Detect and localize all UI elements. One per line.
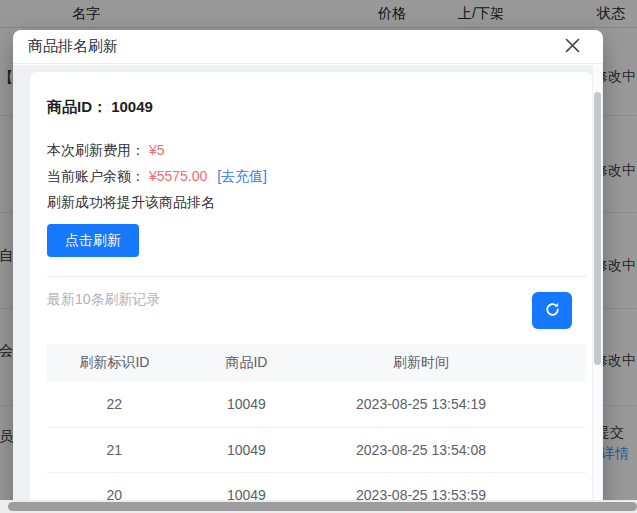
modal-title: 商品排名刷新 (28, 37, 118, 56)
cell-refresh-time: 2023-08-25 13:54:08 (311, 427, 586, 472)
table-row: 21 10049 2023-08-25 13:54:08 (47, 427, 586, 472)
screen: 名字 价格 上/下架 状态 【 议自 会 员 修改中 修改中 修改中 修改中 提… (0, 0, 637, 513)
col-product-id: 商品ID (182, 344, 311, 382)
modal-scrollbar-thumb[interactable] (594, 92, 601, 365)
balance-line: 当前账户余额： ¥5575.00 [去充值] (47, 163, 586, 189)
product-id-label: 商品ID： (47, 98, 107, 115)
fee-value: ¥5 (149, 142, 165, 158)
table-row: 22 10049 2023-08-25 13:54:19 (47, 382, 586, 427)
balance-value: ¥5575.00 (149, 168, 207, 184)
cell-refresh-id: 21 (47, 427, 182, 472)
reload-records-button[interactable] (532, 292, 572, 329)
records-title: 最新10条刷新记录 (47, 292, 161, 307)
modal-scrollbar-track[interactable] (593, 65, 602, 513)
cell-refresh-time: 2023-08-25 13:54:19 (311, 382, 586, 427)
balance-label: 当前账户余额： (47, 168, 145, 184)
product-id-line: 商品ID： 10049 (47, 98, 586, 117)
product-id-value: 10049 (111, 98, 153, 115)
section-divider (47, 276, 586, 277)
refresh-note: 刷新成功将提升该商品排名 (47, 189, 586, 215)
close-button[interactable] (561, 36, 583, 58)
cell-refresh-id: 22 (47, 382, 182, 427)
cell-product-id: 10049 (182, 382, 311, 427)
table-header-row: 刷新标识ID 商品ID 刷新时间 (47, 344, 586, 382)
col-refresh-id: 刷新标识ID (47, 344, 182, 382)
product-rank-refresh-modal: 商品排名刷新 商品ID： 10049 本次刷新费用： ¥5 当前账户余额： (13, 30, 603, 513)
refresh-icon (544, 301, 561, 321)
horizontal-scrollbar-track[interactable] (0, 500, 637, 513)
close-icon (565, 38, 580, 56)
fee-label: 本次刷新费用： (47, 142, 145, 158)
cell-product-id: 10049 (182, 427, 311, 472)
records-header-row: 最新10条刷新记录 (47, 292, 586, 329)
modal-body: 商品ID： 10049 本次刷新费用： ¥5 当前账户余额： ¥5575.00 … (13, 65, 603, 513)
modal-header: 商品排名刷新 (13, 30, 603, 64)
click-refresh-button[interactable]: 点击刷新 (47, 224, 139, 257)
refresh-card: 商品ID： 10049 本次刷新费用： ¥5 当前账户余额： ¥5575.00 … (30, 72, 592, 513)
col-refresh-time: 刷新时间 (311, 344, 586, 382)
horizontal-scrollbar-thumb[interactable] (8, 502, 637, 511)
fee-line: 本次刷新费用： ¥5 (47, 137, 586, 163)
refresh-records-table: 刷新标识ID 商品ID 刷新时间 22 10049 2023-08-25 13:… (47, 344, 586, 513)
recharge-link[interactable]: [去充值] (217, 168, 267, 184)
